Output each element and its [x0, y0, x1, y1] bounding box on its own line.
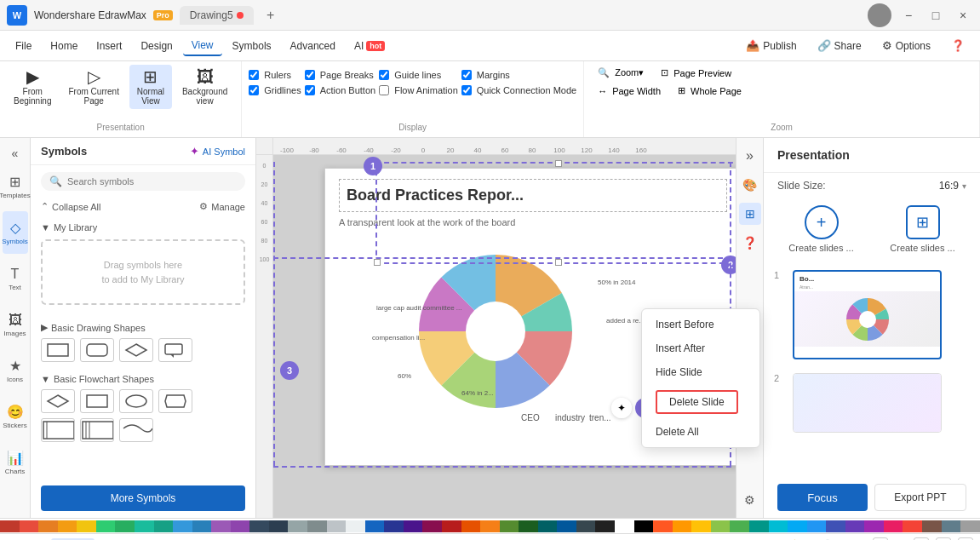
zoom-dropdown-button[interactable]: 🔍 Zoom▾: [591, 65, 650, 81]
search-box[interactable]: 🔍: [41, 172, 245, 191]
color-swatch[interactable]: [269, 520, 289, 532]
search-input[interactable]: [67, 176, 237, 187]
color-swatch[interactable]: [884, 520, 903, 532]
flowchart-shape-2[interactable]: [80, 389, 114, 413]
color-swatch[interactable]: [903, 520, 922, 532]
margins-checkbox[interactable]: [461, 70, 472, 80]
sparkle-button[interactable]: ✦: [611, 398, 632, 418]
maximize-button[interactable]: □: [926, 5, 946, 26]
collapse-all-button[interactable]: ⌃ Collapse All: [41, 201, 100, 212]
color-swatch[interactable]: [346, 520, 365, 532]
zoom-in-button[interactable]: +: [914, 537, 929, 541]
right-settings-icon[interactable]: ⚙: [739, 489, 761, 511]
slide-thumb-1[interactable]: Bo... Atran...: [793, 270, 942, 359]
fullscreen-button[interactable]: ⊞: [958, 537, 973, 541]
close-button[interactable]: ×: [953, 5, 973, 26]
color-swatch[interactable]: [96, 520, 116, 532]
add-tab-button[interactable]: +: [261, 5, 281, 26]
menu-file[interactable]: File: [7, 37, 40, 55]
action-button-checkbox[interactable]: [305, 85, 315, 95]
rulers-checkbox[interactable]: [249, 70, 259, 80]
color-swatch[interactable]: [288, 520, 307, 532]
collapse-sidebar-button[interactable]: «: [0, 145, 30, 162]
color-swatch[interactable]: [442, 520, 461, 532]
color-swatch[interactable]: [422, 520, 442, 532]
from-beginning-button[interactable]: ▶ FromBeginning: [7, 65, 58, 109]
sidebar-item-images[interactable]: 🖼 Images: [3, 303, 28, 346]
color-swatch[interactable]: [307, 520, 327, 532]
flowchart-shape-7[interactable]: [119, 418, 153, 442]
flowchart-shape-3[interactable]: [119, 389, 153, 413]
flowchart-shape-1[interactable]: [41, 389, 75, 413]
color-swatch[interactable]: [461, 520, 481, 532]
handle-bl[interactable]: [374, 259, 381, 266]
color-swatch[interactable]: [404, 520, 423, 532]
help-button[interactable]: ❓: [943, 36, 973, 55]
from-current-page-button[interactable]: ▷ From CurrentPage: [61, 65, 125, 109]
flowchart-shape-6[interactable]: [80, 418, 114, 442]
menu-home[interactable]: Home: [42, 37, 86, 55]
sidebar-item-stickers[interactable]: 😊 Stickers: [3, 395, 28, 438]
gridlines-checkbox[interactable]: [249, 85, 259, 95]
color-swatch[interactable]: [173, 520, 192, 532]
menu-advanced[interactable]: Advanced: [282, 37, 344, 55]
slide-item-2[interactable]: 2: [771, 370, 973, 436]
color-swatch[interactable]: [749, 520, 769, 532]
menu-symbols[interactable]: Symbols: [224, 37, 280, 55]
zoom-out-button[interactable]: −: [873, 537, 888, 541]
color-swatch[interactable]: [845, 520, 865, 532]
page-width-button[interactable]: ↔ Page Width: [591, 83, 668, 99]
checkbox-gridlines[interactable]: Gridlines: [249, 85, 301, 95]
menu-view[interactable]: View: [183, 36, 222, 56]
export-ppt-button[interactable]: Export PPT: [874, 484, 966, 511]
shape-speech-bubble[interactable]: [158, 338, 192, 362]
color-swatch[interactable]: [653, 520, 673, 532]
basic-flowchart-title[interactable]: ▼ Basic Flowchart Shapes: [41, 374, 245, 384]
tab-drawing5[interactable]: Drawing5: [180, 6, 254, 25]
checkbox-page-breaks[interactable]: Page Breaks: [305, 70, 375, 80]
color-swatch[interactable]: [826, 520, 845, 532]
more-symbols-button[interactable]: More Symbols: [41, 485, 245, 511]
quick-connection-checkbox[interactable]: [461, 85, 472, 95]
right-slides-icon[interactable]: ⊞: [739, 203, 761, 225]
menu-ai[interactable]: AI hot: [346, 37, 393, 55]
color-swatch[interactable]: [730, 520, 749, 532]
sidebar-item-text[interactable]: T Text: [3, 257, 28, 300]
minimize-button[interactable]: −: [898, 5, 919, 26]
context-hide-slide[interactable]: Hide Slide: [642, 360, 759, 384]
context-delete-slide[interactable]: Delete Slide: [642, 384, 759, 420]
whole-page-button[interactable]: ⊞ Whole Page: [671, 83, 748, 99]
fit-view-button[interactable]: ⊡: [936, 537, 951, 541]
create-slides-from-button[interactable]: + Create slides ...: [777, 205, 865, 253]
color-swatch[interactable]: [557, 520, 576, 532]
color-swatch[interactable]: [711, 520, 731, 532]
ai-symbol-button[interactable]: ✦ AI Symbol: [190, 145, 245, 158]
handle-bm[interactable]: [555, 259, 562, 266]
right-paint-icon[interactable]: 🎨: [739, 174, 761, 196]
options-button[interactable]: ⚙ Options: [874, 36, 939, 55]
sidebar-item-templates[interactable]: ⊞ Templates: [3, 165, 28, 208]
checkbox-margins[interactable]: Margins: [461, 70, 576, 80]
shape-diamond[interactable]: [119, 338, 153, 362]
create-slides-ai-button[interactable]: ⊞ Create slides ...: [879, 205, 966, 253]
manage-button[interactable]: ⚙ Manage: [199, 201, 245, 212]
color-swatch[interactable]: [154, 520, 174, 532]
color-swatch[interactable]: [615, 520, 634, 532]
color-swatch[interactable]: [20, 520, 39, 532]
color-swatch[interactable]: [595, 520, 615, 532]
color-swatch[interactable]: [365, 520, 385, 532]
page-preview-button[interactable]: ⊡ Page Preview: [654, 65, 738, 81]
right-help-icon[interactable]: ❓: [739, 232, 761, 254]
color-swatch[interactable]: [576, 520, 596, 532]
color-swatch[interactable]: [769, 520, 788, 532]
shape-rectangle[interactable]: [41, 338, 75, 362]
slide-item-1[interactable]: 1 Bo... Atran...: [771, 267, 973, 363]
guide-lines-checkbox[interactable]: [379, 70, 389, 80]
color-swatch[interactable]: [673, 520, 692, 532]
sidebar-item-icons[interactable]: ★ Icons: [3, 349, 28, 392]
my-library-title[interactable]: ▼ My Library: [41, 222, 245, 233]
normal-view-button[interactable]: ⊞ NormalView: [129, 65, 172, 109]
context-delete-all[interactable]: Delete All: [642, 420, 759, 444]
color-swatch[interactable]: [691, 520, 711, 532]
color-swatch[interactable]: [77, 520, 96, 532]
